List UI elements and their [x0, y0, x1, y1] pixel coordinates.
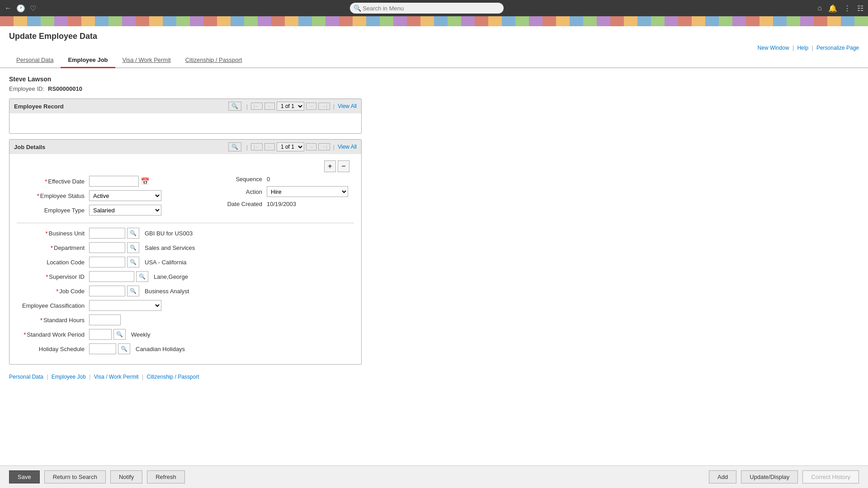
job-details-next-btn[interactable]: → — [306, 143, 316, 150]
department-desc: Sales and Services — [145, 244, 195, 251]
job-code-desc: Business Analyst — [145, 288, 189, 295]
employee-record-panel: Employee Record 🔍 | |← ← 1 of 1 → →| | V… — [9, 99, 362, 134]
bottom-nav-personal-data[interactable]: Personal Data — [9, 374, 43, 380]
standard-work-period-input[interactable]: W — [89, 329, 112, 340]
employee-id-label: Employee ID: — [9, 85, 44, 92]
standard-hours-input[interactable]: 40.00 — [89, 314, 121, 325]
add-row-btn[interactable]: + — [324, 160, 336, 172]
employee-record-search-btn[interactable]: 🔍 — [228, 102, 241, 111]
effective-date-label: Effective Date — [17, 178, 89, 185]
tab-visa-work-permit[interactable]: Visa / Work Permit — [115, 53, 178, 68]
tab-employee-job[interactable]: Employee Job — [61, 53, 115, 68]
back-icon[interactable]: ← — [5, 4, 12, 12]
bell-icon[interactable]: 🔔 — [828, 4, 837, 13]
location-code-input[interactable]: US003 — [89, 257, 125, 267]
holiday-schedule-label: Holiday Schedule — [17, 346, 89, 352]
more-icon[interactable]: ⋮ — [844, 4, 851, 13]
employee-record-next-btn[interactable]: → — [306, 103, 316, 110]
date-created-value: 10/19/2003 — [267, 201, 296, 207]
top-bar-right-icons: ⌂ 🔔 ⋮ ☷ — [817, 4, 863, 13]
search-icon: 🔍 — [354, 5, 361, 12]
employee-record-page-select[interactable]: 1 of 1 — [277, 102, 304, 111]
employee-status-select[interactable]: Active Inactive Leave of Absence Retired… — [89, 190, 161, 201]
grid-icon[interactable]: ☷ — [857, 4, 863, 13]
business-unit-input[interactable]: US003 — [89, 228, 125, 239]
job-details-first-btn[interactable]: |← — [251, 143, 263, 150]
bottom-nav-visa-work-permit[interactable]: Visa / Work Permit — [94, 374, 139, 380]
top-navigation-bar: ← 🕐 ♡ 🔍 ⌂ 🔔 ⋮ ☷ — [0, 0, 868, 16]
employee-record-panel-header: Employee Record 🔍 | |← ← 1 of 1 → →| | V… — [9, 99, 361, 113]
personalize-link[interactable]: Personalize Page — [816, 45, 859, 51]
job-code-lookup-btn[interactable]: 🔍 — [127, 286, 139, 296]
job-code-label: Job Code — [17, 288, 89, 295]
employee-classification-select[interactable]: Full-Time Part-Time Temporary — [89, 300, 161, 311]
employee-record-view-all[interactable]: View All — [338, 103, 357, 109]
employee-name: Steve Lawson — [9, 75, 859, 83]
standard-work-period-row: Standard Work Period W 🔍 Weekly — [17, 329, 354, 340]
tab-personal-data[interactable]: Personal Data — [9, 53, 61, 68]
job-details-last-btn[interactable]: →| — [318, 143, 330, 150]
supervisor-id-lookup-btn[interactable]: 🔍 — [136, 271, 148, 282]
employee-record-last-btn[interactable]: →| — [318, 103, 330, 110]
holiday-schedule-input[interactable]: CAN — [89, 343, 116, 354]
job-details-search-btn[interactable]: 🔍 — [228, 142, 241, 151]
employee-status-row: Employee Status Active Inactive Leave of… — [17, 190, 176, 201]
holiday-schedule-desc: Canadian Holidays — [136, 346, 185, 352]
department-input[interactable]: 22000 — [89, 242, 125, 253]
search-menu-input[interactable] — [350, 3, 504, 14]
action-select[interactable]: Hire Transfer Promotion Demotion Termina… — [267, 186, 348, 197]
standard-work-period-lookup-btn[interactable]: 🔍 — [113, 329, 126, 340]
tab-citizenship-passport[interactable]: Citizenship / Passport — [178, 53, 250, 68]
top-links-area: New Window | Help | Personalize Page — [0, 43, 868, 53]
sequence-value: 0 — [267, 176, 270, 183]
employee-record-first-btn[interactable]: |← — [251, 103, 263, 110]
job-details-view-all[interactable]: View All — [338, 144, 357, 150]
employee-record-prev-btn[interactable]: ← — [264, 103, 275, 110]
business-unit-field: US003 🔍 — [89, 228, 139, 239]
department-row: Department 22000 🔍 Sales and Services — [17, 242, 354, 253]
favorites-icon[interactable]: ♡ — [30, 4, 36, 13]
history-icon[interactable]: 🕐 — [16, 4, 25, 13]
business-unit-lookup-btn[interactable]: 🔍 — [127, 228, 139, 239]
left-col: Effective Date 10/19/2003 📅 Employee Sta… — [17, 176, 176, 219]
top-fields-area: Effective Date 10/19/2003 📅 Employee Sta… — [17, 176, 354, 219]
department-field: 22000 🔍 — [89, 242, 139, 253]
effective-date-field: 10/19/2003 📅 — [89, 176, 150, 187]
date-created-label: Date Created — [194, 201, 267, 207]
tab-bar: Personal Data Employee Job Visa / Work P… — [0, 53, 868, 68]
supervisor-id-desc: Lane,George — [154, 273, 188, 280]
holiday-schedule-field: CAN 🔍 — [89, 343, 130, 354]
employee-id-row: Employee ID: RS00000010 — [9, 85, 859, 92]
supervisor-id-row: Supervisor ID RS00000001 🔍 Lane,George — [17, 271, 354, 282]
right-col: Sequence 0 Action Hire Transfer Promotio… — [194, 176, 354, 219]
location-code-label: Location Code — [17, 259, 89, 266]
department-lookup-btn[interactable]: 🔍 — [127, 242, 139, 253]
location-code-lookup-btn[interactable]: 🔍 — [127, 257, 139, 267]
main-content: Steve Lawson Employee ID: RS00000010 Emp… — [0, 75, 868, 365]
home-icon[interactable]: ⌂ — [817, 4, 822, 12]
holiday-schedule-lookup-btn[interactable]: 🔍 — [118, 343, 130, 354]
standard-hours-label: Standard Hours — [17, 317, 89, 324]
new-window-link[interactable]: New Window — [758, 45, 789, 51]
bottom-nav: Personal Data | Employee Job | Visa / Wo… — [0, 370, 868, 407]
employee-record-nav: | |← ← 1 of 1 → →| | View All — [245, 102, 357, 111]
employee-classification-label: Employee Classification — [17, 302, 89, 309]
employee-record-panel-title: Employee Record — [14, 103, 225, 110]
job-details-prev-btn[interactable]: ← — [264, 143, 275, 150]
effective-date-input[interactable]: 10/19/2003 — [89, 176, 139, 187]
plus-minus-area: + − — [17, 160, 354, 172]
job-code-field: KU014 🔍 — [89, 286, 139, 296]
location-code-field: US003 🔍 — [89, 257, 139, 267]
bottom-nav-citizenship-passport[interactable]: Citizenship / Passport — [146, 374, 199, 380]
job-code-input[interactable]: KU014 — [89, 286, 125, 296]
bottom-nav-employee-job[interactable]: Employee Job — [52, 374, 86, 380]
holiday-schedule-row: Holiday Schedule CAN 🔍 Canadian Holidays — [17, 343, 354, 354]
supervisor-id-field: RS00000001 🔍 — [89, 271, 148, 282]
calendar-btn[interactable]: 📅 — [141, 177, 150, 186]
job-details-page-select[interactable]: 1 of 1 — [277, 142, 304, 151]
supervisor-id-input[interactable]: RS00000001 — [89, 271, 134, 282]
department-label: Department — [17, 244, 89, 251]
help-link[interactable]: Help — [797, 45, 808, 51]
remove-row-btn[interactable]: − — [338, 160, 349, 172]
employee-type-select[interactable]: Salaried Hourly Exception Hourly — [89, 205, 161, 216]
